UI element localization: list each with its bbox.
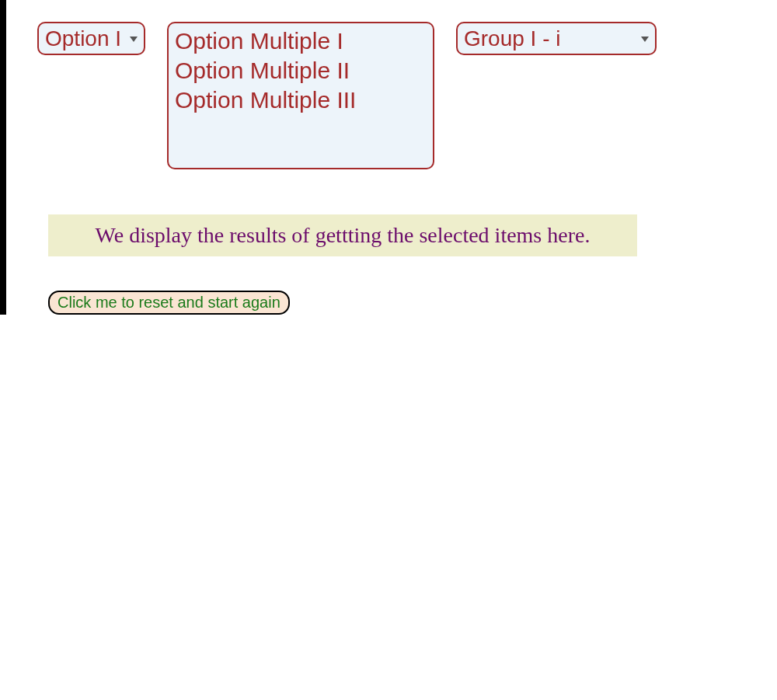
multiple-select-option[interactable]: Option Multiple I bbox=[175, 26, 427, 56]
left-border-strip bbox=[0, 0, 6, 315]
selects-row: Option I Option Multiple I Option Multip… bbox=[37, 22, 777, 169]
group-select[interactable]: Group I - i bbox=[456, 22, 657, 55]
single-select-wrapper: Option I bbox=[37, 22, 145, 55]
multiple-select-option[interactable]: Option Multiple II bbox=[175, 56, 427, 85]
single-select[interactable]: Option I bbox=[37, 22, 145, 55]
reset-button[interactable]: Click me to reset and start again bbox=[48, 291, 290, 315]
multiple-select-option[interactable]: Option Multiple III bbox=[175, 85, 427, 115]
group-select-wrapper: Group I - i bbox=[456, 22, 657, 55]
results-display: We display the results of gettting the s… bbox=[48, 214, 637, 256]
multiple-select[interactable]: Option Multiple I Option Multiple II Opt… bbox=[167, 22, 434, 169]
